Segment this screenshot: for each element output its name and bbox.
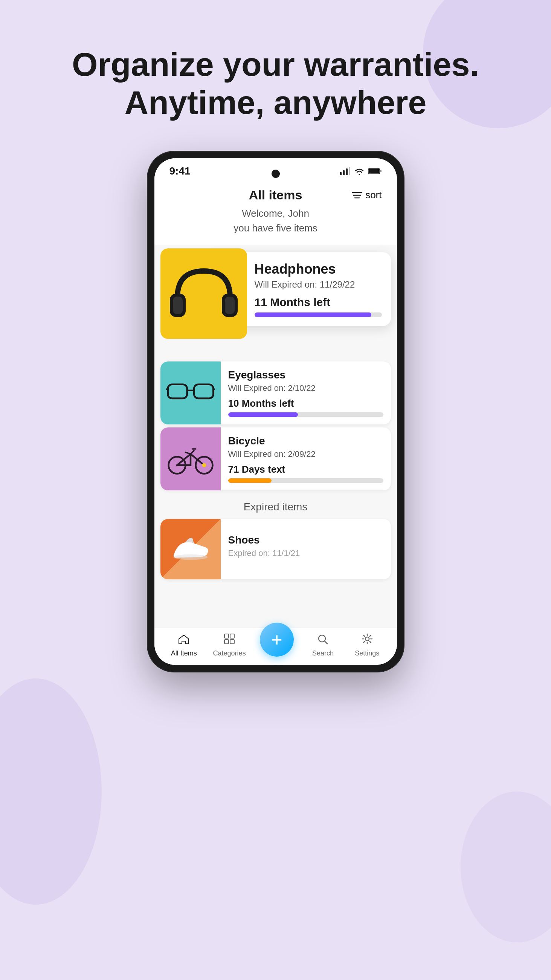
status-icons bbox=[340, 167, 382, 175]
shoes-image bbox=[160, 519, 221, 579]
svg-rect-2 bbox=[346, 169, 348, 175]
nav-categories[interactable]: Categories bbox=[213, 633, 246, 657]
nav-search[interactable]: Search bbox=[308, 633, 338, 657]
svg-line-25 bbox=[191, 450, 194, 454]
bicycle-svg bbox=[166, 442, 215, 476]
search-icon bbox=[318, 633, 328, 648]
headline-line1: Organize your warranties. bbox=[72, 46, 479, 83]
svg-point-28 bbox=[202, 463, 206, 468]
eyeglasses-expiry: Will Expired on: 2/10/22 bbox=[228, 383, 383, 393]
featured-progress-bg bbox=[255, 312, 382, 317]
eyeglasses-content: Eyeglasses Will Expired on: 2/10/22 10 M… bbox=[221, 361, 391, 425]
svg-line-27 bbox=[185, 452, 191, 454]
categories-icon bbox=[224, 633, 235, 648]
scroll-content[interactable]: Headphones Will Expired on: 11/29/22 11 … bbox=[154, 245, 397, 628]
eyeglasses-name: Eyeglasses bbox=[228, 369, 383, 381]
settings-icon bbox=[362, 633, 373, 648]
eyeglasses-months: 10 Months left bbox=[228, 398, 383, 409]
welcome-line1: Welcome, John bbox=[242, 208, 309, 219]
featured-expiry: Will Expired on: 11/29/22 bbox=[255, 279, 382, 290]
wifi-icon bbox=[354, 167, 365, 175]
header-row: All items sort bbox=[170, 188, 382, 202]
shoes-content: Shoes Expired on: 11/1/21 bbox=[221, 519, 391, 579]
app-header: All items sort Welcome, John you have fi… bbox=[154, 180, 397, 245]
svg-line-18 bbox=[213, 389, 215, 390]
nav-search-label: Search bbox=[312, 649, 334, 657]
featured-months: 11 Months left bbox=[255, 296, 382, 309]
eyeglasses-card[interactable]: Eyeglasses Will Expired on: 2/10/22 10 M… bbox=[160, 361, 391, 425]
sort-label: sort bbox=[365, 189, 381, 201]
glasses-bg bbox=[160, 361, 221, 425]
bicycle-progress-bg bbox=[228, 478, 383, 483]
svg-line-17 bbox=[166, 389, 168, 390]
bg-decoration-left bbox=[0, 678, 102, 905]
battery-icon bbox=[368, 168, 382, 175]
featured-wrapper: Headphones Will Expired on: 11/29/22 11 … bbox=[160, 245, 391, 350]
welcome-text: Welcome, John you have five items bbox=[233, 206, 318, 235]
status-bar: 9:41 bbox=[154, 158, 397, 180]
svg-line-21 bbox=[177, 454, 191, 465]
categories-svg bbox=[224, 633, 235, 644]
bicycle-card[interactable]: Bicycle Will Expired on: 2/09/22 71 Days… bbox=[160, 428, 391, 490]
eyeglasses-progress-bg bbox=[228, 412, 383, 417]
svg-rect-13 bbox=[225, 297, 235, 314]
sort-icon bbox=[352, 191, 362, 199]
featured-name: Headphones bbox=[255, 261, 382, 277]
svg-line-22 bbox=[191, 454, 204, 465]
svg-rect-3 bbox=[349, 167, 350, 175]
svg-rect-32 bbox=[224, 640, 229, 644]
shoes-name: Shoes bbox=[228, 534, 383, 546]
shoe-svg bbox=[166, 530, 215, 568]
svg-rect-5 bbox=[369, 169, 379, 173]
nav-categories-label: Categories bbox=[213, 649, 246, 657]
nav-add-button[interactable]: + bbox=[260, 623, 294, 657]
bg-decoration-right bbox=[460, 792, 551, 942]
page-title: All items bbox=[249, 188, 302, 202]
svg-rect-31 bbox=[230, 634, 234, 638]
shoes-expiry: Expired on: 11/1/21 bbox=[228, 549, 383, 558]
bottom-nav: All Items Categories + bbox=[154, 628, 397, 665]
search-svg bbox=[318, 634, 328, 644]
nav-all-items-label: All Items bbox=[171, 649, 197, 657]
svg-rect-33 bbox=[230, 640, 234, 644]
headphones-svg bbox=[166, 260, 241, 328]
svg-rect-11 bbox=[173, 297, 183, 314]
home-icon bbox=[178, 633, 189, 648]
add-plus-label: + bbox=[271, 630, 282, 649]
shoes-bg bbox=[160, 519, 221, 579]
camera-notch bbox=[272, 170, 280, 178]
phone-mockup: 9:41 bbox=[148, 151, 404, 672]
headline-line2: Anytime, anywhere bbox=[124, 84, 426, 121]
expired-section-label: Expired items bbox=[154, 493, 397, 516]
eyeglasses-image bbox=[160, 361, 221, 425]
svg-point-36 bbox=[365, 637, 369, 641]
home-svg bbox=[178, 634, 189, 644]
headphones-image bbox=[160, 248, 247, 339]
svg-rect-30 bbox=[224, 634, 229, 638]
bicycle-bg bbox=[160, 428, 221, 490]
svg-rect-1 bbox=[343, 170, 345, 175]
headline: Organize your warranties. Anytime, anywh… bbox=[72, 45, 479, 121]
svg-line-35 bbox=[325, 641, 327, 644]
bicycle-name: Bicycle bbox=[228, 435, 383, 447]
nav-all-items[interactable]: All Items bbox=[169, 633, 199, 657]
glasses-svg bbox=[166, 378, 215, 408]
nav-settings-label: Settings bbox=[355, 649, 379, 657]
welcome-line2: you have five items bbox=[233, 223, 318, 234]
svg-rect-15 bbox=[194, 385, 213, 398]
shoes-card[interactable]: Shoes Expired on: 11/1/21 bbox=[160, 519, 391, 579]
bicycle-image bbox=[160, 428, 221, 490]
signal-icon bbox=[340, 167, 350, 175]
sort-button[interactable]: sort bbox=[352, 189, 381, 201]
bicycle-expiry: Will Expired on: 2/09/22 bbox=[228, 449, 383, 459]
featured-progress-fill bbox=[255, 312, 372, 317]
phone-screen: 9:41 bbox=[154, 158, 397, 665]
nav-settings[interactable]: Settings bbox=[352, 633, 382, 657]
bicycle-content: Bicycle Will Expired on: 2/09/22 71 Days… bbox=[221, 428, 391, 490]
svg-rect-14 bbox=[168, 385, 187, 398]
bicycle-progress-fill bbox=[228, 478, 272, 483]
svg-point-29 bbox=[173, 554, 208, 560]
svg-rect-6 bbox=[380, 170, 381, 172]
eyeglasses-progress-fill bbox=[228, 412, 298, 417]
settings-svg bbox=[362, 633, 373, 644]
